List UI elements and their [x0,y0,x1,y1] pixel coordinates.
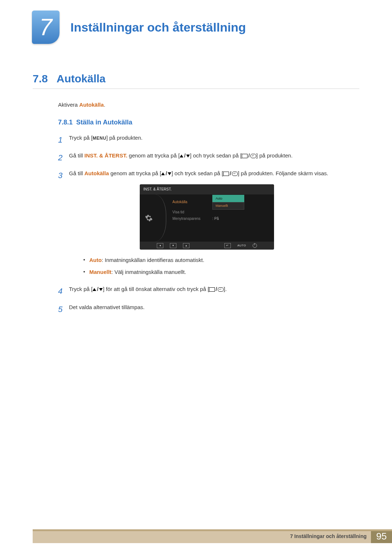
bullet-auto: Auto: Inmatningskällan identifieras auto… [83,256,359,264]
step-text: ] för att gå till önskat alternativ och … [103,286,209,292]
bullet-text: : Inmatningskällan identifieras automati… [102,257,204,263]
osd-nav-left-icon: ◂ [157,243,163,248]
osd-auto-label: AUTO [237,243,246,248]
step-text: Tryck på [ [69,286,93,292]
bullet-dot-icon [83,271,85,272]
osd-item-label: Autokälla [172,199,212,205]
enter-icon [232,172,238,176]
subsection-title: Ställa in Autokälla [76,119,132,126]
step-number: 2 [58,151,69,164]
osd-nav-down-icon: ▾ [170,243,176,248]
intro-suffix: . [104,102,105,108]
footer-page-number: 95 [371,529,392,543]
gear-icon [140,194,158,242]
subsection-number: 7.8.1 [58,119,73,126]
slash-separator: / [184,152,185,159]
osd-item-value: : På [212,216,219,222]
step-text: ] och tryck sedan på [ [171,170,223,176]
osd-nav-up-icon: ▴ [183,243,189,248]
step-number: 3 [58,169,69,280]
step-2: 2 Gå till INST. & ÅTERST. genom att tryc… [58,151,359,164]
step-body: Tryck på [MENU] på produkten. [69,134,359,146]
osd-row-autokalla: Autokälla Auto Manuellt [172,199,274,205]
step-body: Det valda alternativet tillämpas. [69,303,359,316]
step-text: ] på produkten. [256,152,293,159]
step-4: 4 Tryck på [/] för att gå till önskat al… [58,285,359,297]
down-arrow-icon [186,155,190,157]
step-body: Tryck på [/] för att gå till önskat alte… [69,285,359,297]
subsection-heading: 7.8.1 Ställa in Autokälla [58,119,392,126]
page-footer: 7 Inställningar och återställning 95 [33,529,392,543]
osd-screenshot: INST. & ÅTERST. Autokälla Auto Manue [140,184,274,250]
bullet-manuellt: Manuellt: Välj inmatningskälla manuellt. [83,268,359,276]
slash-separator: / [230,170,231,176]
osd-title: INST. & ÅTERST. [140,184,274,194]
chapter-number-badge: 7 [32,11,60,44]
osd-dropdown: Auto Manuellt [212,195,244,210]
osd-menu: Autokälla Auto Manuellt Visa tid Menyt [158,194,274,242]
osd-row-visatid: Visa tid [172,209,274,216]
section-title: Autokälla [57,73,106,85]
step-number: 1 [58,134,69,146]
step-text: Gå till [69,170,85,176]
up-arrow-icon [93,288,96,291]
bullet-highlight: Auto [89,257,102,263]
step-text: ] på produkten. [106,135,143,141]
source-icon [242,154,248,158]
up-arrow-icon [161,172,165,175]
step-text: Tryck på [ [69,135,93,141]
bullet-dot-icon [83,259,85,260]
section-heading: 7.8 Autokälla [33,73,392,85]
osd-bottombar: ◂ ▾ ▴ ↵ AUTO [140,242,274,250]
step-text: Gå till [69,152,85,159]
footer-chapter-label: 7 Inställningar och återställning [290,533,367,539]
slash-separator: / [97,286,98,292]
osd-body: Autokälla Auto Manuellt Visa tid Menyt [140,194,274,242]
steps-list: 1 Tryck på [MENU] på produkten. 2 Gå til… [58,134,359,316]
bullet-text: : Välj inmatningskälla manuellt. [111,269,186,275]
source-icon [209,287,215,292]
source-icon [223,172,229,176]
step-text: genom att trycka på [ [127,152,180,159]
step-3: 3 Gå till Autokälla genom att trycka på … [58,169,359,280]
up-arrow-icon [180,155,183,157]
osd-enter-icon: ↵ [224,243,231,248]
section-number: 7.8 [33,73,48,85]
power-icon [253,243,257,248]
chapter-header: 7 Inställningar och återställning [0,0,392,47]
down-arrow-icon [168,172,171,175]
step-highlight: INST. & ÅTERST. [85,152,127,159]
chapter-title: Inställningar och återställning [70,20,246,34]
step-1: 1 Tryck på [MENU] på produkten. [58,134,359,146]
enter-icon [218,287,224,292]
intro-prefix: Aktivera [58,102,79,108]
step-number: 4 [58,285,69,297]
step-highlight: Autokälla [85,170,109,176]
section-divider [33,89,359,89]
down-arrow-icon [99,288,103,291]
osd-item-label: Visa tid [172,209,212,215]
step-body: Gå till Autokälla genom att trycka på [/… [69,169,359,280]
osd-item-label: Menytransparens [172,216,212,222]
sub-bullet-list: Auto: Inmatningskällan identifieras auto… [83,256,359,276]
step-text: ] och tryck sedan på [ [190,152,242,159]
step-text: genom att trycka på [ [109,170,161,176]
step-5: 5 Det valda alternativet tillämpas. [58,303,359,316]
enter-icon [250,154,256,158]
step-text: Det valda alternativet tillämpas. [69,304,144,310]
slash-separator: / [166,170,167,176]
menu-button-label: MENU [93,136,106,141]
step-text: ]. [224,286,226,292]
bullet-highlight: Manuellt [89,269,111,275]
osd-option-manuellt: Manuellt [212,202,244,209]
step-text: ] på produkten. Följande skärm visas. [238,170,328,176]
step-body: Gå till INST. & ÅTERST. genom att trycka… [69,151,359,164]
intro-text: Aktivera Autokälla. [58,102,392,108]
osd-row-menytrans: Menytransparens : På [172,216,274,222]
intro-highlight: Autokälla [79,102,104,108]
step-number: 5 [58,303,69,316]
slash-separator: / [216,286,217,292]
slash-separator: / [248,152,250,159]
osd-option-auto: Auto [212,195,244,202]
manual-page: 7 Inställningar och återställning 7.8 Au… [0,0,392,554]
